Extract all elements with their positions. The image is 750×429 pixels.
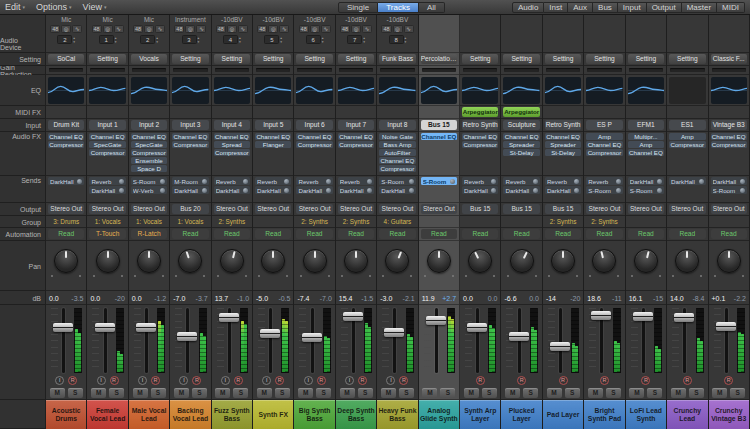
input-format-icon[interactable]: ◎ xyxy=(393,25,403,33)
input-slot[interactable]: Drum Kit xyxy=(48,120,84,130)
send-level-knob[interactable] xyxy=(326,179,331,184)
eq-display[interactable] xyxy=(628,77,664,104)
input-slot[interactable]: ES1 xyxy=(669,120,705,130)
input-monitor-button[interactable]: I xyxy=(262,376,271,385)
output-slot[interactable]: Stereo Out xyxy=(711,204,747,214)
solo-button[interactable]: S xyxy=(275,388,290,398)
solo-button[interactable]: S xyxy=(565,388,580,398)
audio-fx-slot[interactable]: Compressor xyxy=(711,141,747,148)
phantom-power-button[interactable]: 48 xyxy=(340,25,350,33)
setting-button[interactable]: Classic F... xyxy=(711,54,747,64)
volume-db-value[interactable]: 16.1 xyxy=(629,295,643,302)
send-level-knob[interactable] xyxy=(284,179,289,184)
send-level-knob[interactable] xyxy=(119,188,124,193)
send-slot[interactable]: Reverb xyxy=(296,177,332,185)
mute-button[interactable]: M xyxy=(340,388,355,398)
output-slot[interactable]: Stereo Out xyxy=(586,204,622,214)
automation-mode-button[interactable]: R-Latch xyxy=(131,229,167,239)
track-name-plate[interactable]: Synth Arp Layer xyxy=(460,400,500,429)
record-enable-button[interactable]: R xyxy=(399,376,408,385)
send-slot[interactable]: DarkHall xyxy=(255,186,291,194)
audio-fx-slot[interactable]: Channel EQ xyxy=(48,133,84,140)
send-slot[interactable]: Reverb xyxy=(503,177,539,185)
input-channel-stepper[interactable]: 4▴▾ xyxy=(212,35,252,44)
solo-button[interactable]: S xyxy=(358,388,373,398)
group-slot[interactable]: 1: Vocals xyxy=(87,216,127,227)
pan-knob[interactable] xyxy=(344,249,368,273)
input-slot[interactable]: Input 5 xyxy=(255,120,291,130)
volume-db-value[interactable]: -7.0 xyxy=(173,295,185,302)
audio-fx-slot[interactable]: AutoFilter xyxy=(379,149,415,156)
fader-track[interactable] xyxy=(269,308,272,373)
pan-knob[interactable] xyxy=(137,249,161,273)
stepper-arrows[interactable]: ▴▾ xyxy=(73,36,75,44)
fader-handle[interactable] xyxy=(53,323,73,332)
audio-fx-slot[interactable]: Amp xyxy=(628,141,664,148)
phantom-power-button[interactable]: 48 xyxy=(174,25,184,33)
output-slot[interactable]: Stereo Out xyxy=(131,204,167,214)
audio-fx-slot[interactable]: Channel EQ xyxy=(89,133,125,140)
automation-mode-button[interactable]: Read xyxy=(255,229,291,239)
send-slot[interactable]: DarkHall xyxy=(711,177,747,185)
fader-handle[interactable] xyxy=(260,329,280,338)
input-slot[interactable]: Sculpture xyxy=(503,120,539,130)
volume-db-value[interactable]: 0.0 xyxy=(90,295,100,302)
input-slot[interactable]: Bus 15 xyxy=(421,120,457,130)
send-slot[interactable]: S-Room xyxy=(628,186,664,194)
input-channel-stepper[interactable]: 2▴▾ xyxy=(46,35,86,44)
menu-options[interactable]: Options▾ xyxy=(36,2,72,12)
phantom-power-button[interactable]: 48 xyxy=(92,25,102,33)
phantom-power-button[interactable]: 48 xyxy=(381,25,391,33)
track-name-plate[interactable]: Deep Synth Bass xyxy=(336,400,376,429)
volume-db-value[interactable]: 15.4 xyxy=(339,295,353,302)
record-enable-button[interactable]: R xyxy=(559,376,568,385)
group-slot[interactable]: 2: Synths xyxy=(336,216,376,227)
output-slot[interactable]: Stereo Out xyxy=(338,204,374,214)
record-enable-button[interactable]: R xyxy=(724,376,733,385)
stepper-arrows[interactable]: ▴▾ xyxy=(156,36,158,44)
setting-button[interactable]: Setting xyxy=(628,54,664,64)
send-level-knob[interactable] xyxy=(243,188,248,193)
send-slot[interactable]: DarkHall xyxy=(503,186,539,194)
phase-icon[interactable]: ∿ xyxy=(72,25,82,33)
setting-button[interactable]: Setting xyxy=(586,54,622,64)
track-name-plate[interactable]: Plucked Layer xyxy=(501,400,541,429)
solo-button[interactable]: S xyxy=(316,388,331,398)
send-slot[interactable]: Reverb xyxy=(89,177,125,185)
setting-button[interactable]: Setting xyxy=(503,54,539,64)
peak-db-value[interactable]: -15 xyxy=(653,295,663,302)
fader-track[interactable] xyxy=(104,308,107,373)
stepper-down-icon[interactable]: ▾ xyxy=(239,40,241,44)
volume-db-value[interactable]: -7.4 xyxy=(297,295,309,302)
mute-button[interactable]: M xyxy=(257,388,272,398)
view-mode-tracks[interactable]: Tracks xyxy=(378,2,419,13)
solo-button[interactable]: S xyxy=(523,388,538,398)
send-slot[interactable]: M-Room xyxy=(172,177,208,185)
volume-db-value[interactable]: -5.0 xyxy=(256,295,268,302)
fader-handle[interactable] xyxy=(674,313,694,322)
send-slot[interactable]: W-Verb xyxy=(131,186,167,194)
peak-db-value[interactable]: -8.4 xyxy=(692,295,704,302)
pan-knob[interactable] xyxy=(551,249,575,273)
track-name-plate[interactable]: Heavy Funk Bass xyxy=(377,400,417,429)
input-slot[interactable]: Input 3 xyxy=(172,120,208,130)
menu-edit[interactable]: Edit▾ xyxy=(5,2,25,12)
stepper-arrows[interactable]: ▴▾ xyxy=(198,36,200,44)
group-slot[interactable]: 2: Synths xyxy=(294,216,334,227)
solo-button[interactable]: S xyxy=(730,388,745,398)
mute-button[interactable]: M xyxy=(547,388,562,398)
input-format-icon[interactable]: ◎ xyxy=(144,25,154,33)
audio-fx-slot[interactable]: Channel EQ xyxy=(711,133,747,140)
phase-icon[interactable]: ∿ xyxy=(321,25,331,33)
filter-master-button[interactable]: Master xyxy=(682,2,717,13)
volume-db-value[interactable]: -14 xyxy=(546,295,556,302)
peak-db-value[interactable]: 0.0 xyxy=(488,295,498,302)
eq-display[interactable] xyxy=(711,77,747,104)
peak-db-value[interactable]: -3.5 xyxy=(71,295,83,302)
input-monitor-button[interactable]: I xyxy=(386,376,395,385)
input-slot[interactable]: Vintage B3 xyxy=(711,120,747,130)
volume-db-value[interactable]: -6.6 xyxy=(504,295,516,302)
peak-db-value[interactable]: +2.7 xyxy=(442,295,456,302)
peak-db-value[interactable]: -3.7 xyxy=(196,295,208,302)
record-enable-button[interactable]: R xyxy=(275,376,284,385)
